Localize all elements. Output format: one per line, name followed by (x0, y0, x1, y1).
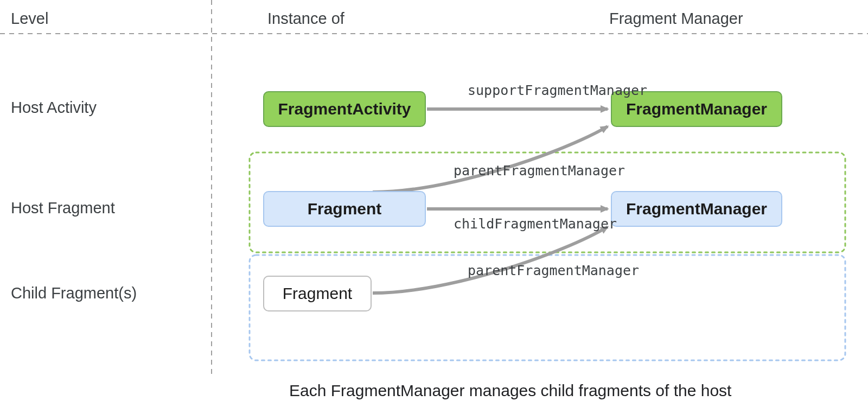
header-manager: Fragment Manager (609, 10, 743, 28)
label-child-fragment-manager: childFragmentManager (454, 216, 617, 232)
label-parent-fragment-manager-top: parentFragmentManager (454, 163, 625, 179)
node-fragment-blue: Fragment (263, 191, 426, 227)
diagram-stage: Level Instance of Fragment Manager Host … (0, 0, 868, 420)
header-instance: Instance of (267, 10, 344, 28)
row-child-fragments: Child Fragment(s) (11, 284, 137, 302)
row-host-fragment: Host Fragment (11, 199, 115, 217)
diagram-caption: Each FragmentManager manages child fragm… (289, 381, 731, 400)
header-level: Level (11, 10, 48, 28)
node-fragment-activity: FragmentActivity (263, 91, 426, 127)
row-host-activity: Host Activity (11, 99, 97, 117)
node-fragment-white: Fragment (263, 276, 372, 311)
label-support-fragment-manager: supportFragmentManager (468, 82, 647, 98)
label-parent-fragment-manager-bottom: parentFragmentManager (468, 263, 639, 278)
node-fragment-manager-blue: FragmentManager (611, 191, 782, 227)
